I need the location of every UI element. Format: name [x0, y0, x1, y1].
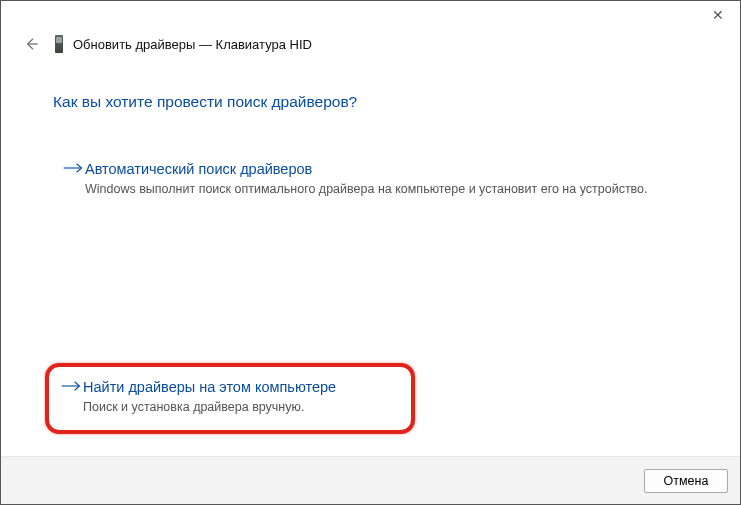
close-icon[interactable]: ✕: [706, 5, 730, 25]
option-manual-texts: Найти драйверы на этом компьютере Поиск …: [83, 377, 397, 416]
footer: Отмена: [1, 456, 740, 504]
page-heading: Как вы хотите провести поиск драйверов?: [53, 93, 698, 111]
option-manual-search[interactable]: Найти драйверы на этом компьютере Поиск …: [61, 377, 397, 416]
keyboard-device-icon: [55, 35, 63, 53]
titlebar: ✕: [1, 1, 740, 31]
header: Обновить драйверы — Клавиатура HID: [1, 31, 740, 57]
update-driver-window: ✕ Обновить драйверы — Клавиатура HID Как…: [0, 0, 741, 505]
option-auto-texts: Автоматический поиск драйверов Windows в…: [85, 159, 690, 198]
option-auto-search[interactable]: Автоматический поиск драйверов Windows в…: [63, 155, 698, 208]
content-area: Как вы хотите провести поиск драйверов? …: [1, 57, 740, 456]
arrow-right-icon: [61, 379, 83, 393]
option-auto-desc: Windows выполнит поиск оптимального драй…: [85, 181, 690, 198]
option-manual-desc: Поиск и установка драйвера вручную.: [83, 399, 397, 416]
back-arrow-icon[interactable]: [21, 34, 41, 54]
option-manual-title: Найти драйверы на этом компьютере: [83, 377, 397, 397]
window-title: Обновить драйверы — Клавиатура HID: [73, 37, 312, 52]
highlight-box: Найти драйверы на этом компьютере Поиск …: [45, 363, 415, 434]
cancel-button[interactable]: Отмена: [644, 469, 728, 493]
option-auto-title: Автоматический поиск драйверов: [85, 159, 690, 179]
arrow-right-icon: [63, 161, 85, 175]
